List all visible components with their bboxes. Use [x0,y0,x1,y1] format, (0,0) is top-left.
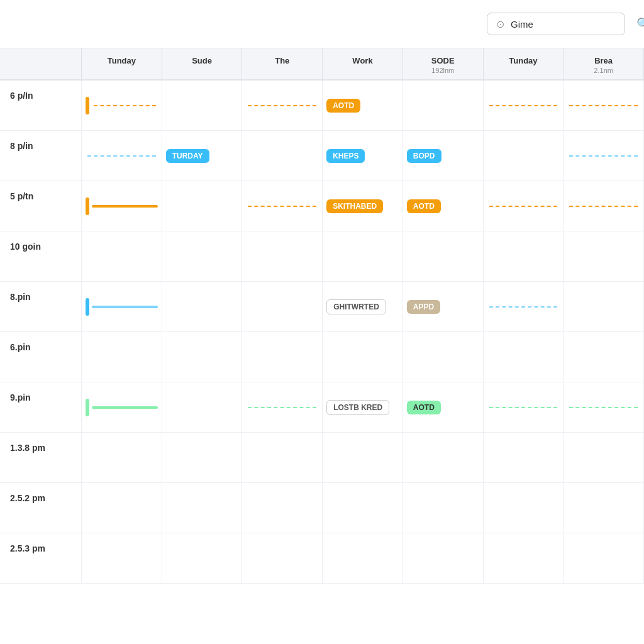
row-9-col-6 [564,533,644,584]
row-3-col-4 [403,231,484,282]
dashed-line [569,206,638,207]
event-badge[interactable]: GHITWRTED [326,299,386,314]
event-bar [487,105,560,106]
row-2-col-0 [82,181,162,231]
time-label: 2.5.2 pm [0,483,82,533]
col-header-5: Tunday [484,48,564,79]
event-badge[interactable]: TURDAY [166,149,209,163]
row-3-col-0 [82,231,162,282]
row-6-col-5 [484,382,564,433]
event-badge[interactable]: KHEPS [326,149,365,163]
bar-line [92,406,158,409]
row-1-col-0 [82,131,162,181]
row-4-col-2 [242,282,323,332]
time-label: 9.pin [0,382,82,433]
row-2-col-3: SKITHABED [323,181,403,231]
main-grid: 6 p/In AOTD 8 p/in TURDAYKHEPSBOPD 5 p/t… [0,80,644,584]
dashed-line [569,105,638,106]
row-8-col-2 [242,483,323,533]
row-9-col-4 [403,533,484,584]
event-badge[interactable]: AOTD [326,99,360,113]
col-header-2: The [242,48,323,79]
row-0-col-2 [242,80,323,131]
row-1-col-4: BOPD [403,131,484,181]
row-8-col-6 [564,483,644,533]
time-label: 6 p/In [0,80,82,131]
row-1-col-5 [484,131,564,181]
row-8-col-4 [403,483,484,533]
row-8-col-0 [82,483,162,533]
column-headers: TundaySudeTheWorkSODE192lnmTundayBrea2.1… [0,48,644,80]
event-bar [487,306,560,308]
row-6-col-0 [82,382,162,433]
row-5-col-5 [484,332,564,382]
event-badge[interactable]: SKITHABED [326,199,383,213]
event-bar [86,197,158,215]
row-3-col-2 [242,231,323,282]
row-8-col-3 [323,483,403,533]
col-header-1: Sude [162,48,243,79]
row-1-col-1: TURDAY [162,131,243,181]
search-button[interactable]: 🔍 [636,17,644,31]
row-6-col-1 [162,382,243,433]
row-5-col-6 [564,332,644,382]
bar-indicator [86,298,89,316]
row-4-col-6 [564,282,644,332]
event-badge[interactable]: AOTD [407,401,441,414]
time-label: 10 goin [0,231,82,282]
bar-indicator [86,97,89,114]
row-5-col-0 [82,332,162,382]
row-0-col-5 [484,80,564,131]
search-input[interactable] [511,19,630,30]
search-icon: ⊙ [496,18,504,30]
time-label: 6.pin [0,332,82,382]
row-6-col-6 [564,382,644,433]
row-9-col-5 [484,533,564,584]
row-7-col-0 [82,433,162,483]
row-1-col-2 [242,131,323,181]
row-6-col-2 [242,382,323,433]
row-7-col-3 [323,433,403,483]
row-9-col-1 [162,533,243,584]
event-bar [487,407,560,408]
bar-indicator [86,399,89,416]
event-bar [567,407,640,408]
row-9-col-0 [82,533,162,584]
search-box: ⊙ 🔍 [487,13,625,35]
event-badge[interactable]: LOSTB KRED [326,400,389,415]
dashed-line [489,105,558,106]
row-4-col-0 [82,282,162,332]
row-7-col-6 [564,433,644,483]
time-label: 8.pin [0,282,82,332]
row-9-col-3 [323,533,403,584]
row-1-col-3: KHEPS [323,131,403,181]
dashed-line [489,306,558,308]
row-7-col-1 [162,433,243,483]
row-6-col-4: AOTD [403,382,484,433]
event-badge[interactable]: APPD [407,300,440,314]
time-col-header [0,48,82,79]
dashed-line [489,407,558,408]
dashed-line [248,407,316,408]
bar-line [92,205,158,208]
header: ⊙ 🔍 [0,0,644,48]
dashed-line [569,407,638,408]
row-0-col-1 [162,80,243,131]
row-7-col-4 [403,433,484,483]
event-bar [86,97,158,114]
col-header-3: Work [323,48,403,79]
row-2-col-1 [162,181,243,231]
event-bar [246,407,318,408]
time-label: 5 p/tn [0,181,82,231]
event-badge[interactable]: AOTD [407,199,441,213]
row-6-col-3: LOSTB KRED [323,382,403,433]
row-3-col-6 [564,231,644,282]
row-5-col-1 [162,332,243,382]
event-badge[interactable]: BOPD [407,149,441,163]
event-bar [86,399,158,416]
row-2-col-4: AOTD [403,181,484,231]
row-3-col-1 [162,231,243,282]
event-bar [567,155,640,157]
row-2-col-6 [564,181,644,231]
col-header-0: Tunday [82,48,162,79]
